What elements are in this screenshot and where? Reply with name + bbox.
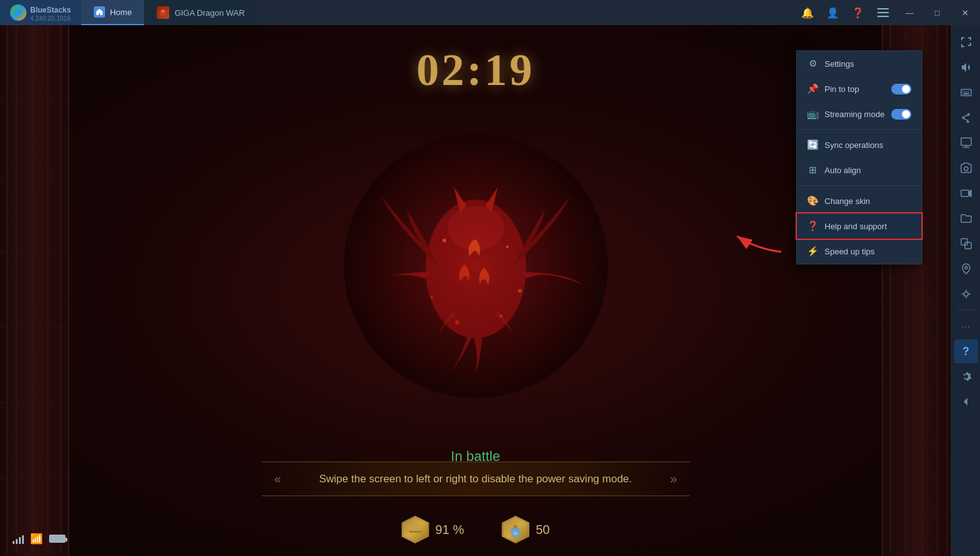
svg-rect-4: [877, 16, 889, 17]
maximize-button[interactable]: □: [925, 1, 950, 24]
title-bar: BlueStacks 4.240.20.1016 Home GIGA Drago…: [0, 0, 980, 25]
signal-bar-3: [19, 537, 21, 544]
svg-point-38: [513, 531, 518, 535]
menu-help-and-support[interactable]: ❓ Help and support: [797, 213, 921, 239]
menu-sync-operations[interactable]: 🔄 Sync operations: [797, 132, 921, 157]
menu-icon[interactable]: [872, 1, 894, 24]
sidebar-share-icon[interactable]: [954, 106, 978, 130]
sidebar-sync-icon[interactable]: [954, 282, 978, 306]
stat-item-2: 50: [502, 516, 549, 543]
svg-point-30: [500, 315, 502, 317]
pin-toggle[interactable]: [891, 84, 911, 94]
align-icon: ⊞: [807, 164, 818, 176]
home-icon: [94, 6, 105, 18]
notification-icon[interactable]: 🔔: [796, 1, 819, 24]
svg-point-32: [518, 289, 522, 293]
sidebar-analytics-icon[interactable]: [954, 131, 978, 155]
swipe-banner: « Swipe the screen to left or right to d…: [262, 462, 690, 497]
svg-rect-2: [877, 8, 889, 9]
svg-rect-37: [514, 525, 517, 528]
menu-speed-up-tips[interactable]: ⚡ Speed up tips: [797, 239, 921, 264]
app-version: 4.240.20.1016: [30, 15, 71, 22]
stat-icon-2: [502, 516, 529, 543]
help-and-support-label: Help and support: [825, 222, 911, 231]
pin-label: Pin to top: [825, 84, 885, 94]
tab-home[interactable]: Home: [81, 0, 145, 25]
content-area: 02:19: [0, 25, 980, 556]
swipe-left-arrow: «: [274, 472, 281, 486]
sidebar-back-icon[interactable]: [954, 390, 978, 414]
svg-rect-19: [937, 25, 938, 554]
svg-rect-34: [409, 531, 422, 533]
bluestacks-logo: [10, 4, 26, 21]
wood-panel-left: [0, 25, 69, 556]
speed-icon: ⚡: [807, 246, 818, 257]
game-tab-icon: [157, 6, 169, 19]
sidebar-location-icon[interactable]: [954, 257, 978, 281]
sidebar-multi-instance-icon[interactable]: [954, 232, 978, 256]
svg-point-29: [455, 321, 459, 324]
speed-up-label: Speed up tips: [825, 247, 911, 256]
sidebar-volume-icon[interactable]: [954, 55, 978, 79]
swipe-right-arrow: »: [670, 472, 677, 486]
signal-bar-4: [22, 535, 24, 544]
red-arrow-annotation: [731, 217, 794, 258]
svg-rect-20: [946, 25, 948, 554]
streaming-label: Streaming mode: [825, 110, 885, 119]
title-bar-left: BlueStacks 4.240.20.1016 Home GIGA Drago…: [0, 0, 257, 25]
swipe-text: Swipe the screen to left or right to dis…: [319, 473, 632, 485]
help-and-support-icon: ❓: [807, 220, 818, 232]
bottom-left-indicators: 📶: [13, 533, 65, 545]
game-stats: 91 %: [402, 516, 550, 543]
tab-game[interactable]: GIGA Dragon WAR: [144, 0, 257, 25]
sidebar-screenshot-icon[interactable]: [954, 156, 978, 180]
app-name: BlueStacks: [30, 6, 71, 14]
auto-align-label: Auto align: [825, 166, 911, 175]
sidebar-fullscreen-icon[interactable]: [954, 30, 978, 54]
stat-icon-1: [402, 516, 429, 543]
sidebar-folder-icon[interactable]: [954, 207, 978, 230]
game-tab-label: GIGA Dragon WAR: [174, 8, 245, 18]
menu-streaming-mode[interactable]: 📺 Streaming mode: [797, 101, 921, 127]
svg-marker-1: [15, 9, 21, 16]
streaming-toggle[interactable]: [891, 109, 911, 120]
signal-bar-1: [13, 541, 14, 544]
menu-pin-to-top[interactable]: 📌 Pin to top: [797, 76, 921, 101]
bluestacks-name-version: BlueStacks 4.240.20.1016: [30, 4, 71, 22]
sidebar-question-icon[interactable]: ?: [954, 339, 978, 363]
sidebar-settings-icon[interactable]: [954, 365, 978, 389]
svg-point-53: [965, 266, 967, 269]
menu-settings[interactable]: ⚙ Settings: [797, 51, 921, 76]
menu-auto-align[interactable]: ⊞ Auto align: [797, 157, 921, 183]
dragon-logo: [344, 133, 608, 398]
settings-label: Settings: [825, 59, 911, 69]
battery-icon: [49, 535, 65, 543]
pin-icon: 📌: [807, 83, 818, 94]
home-tab-label: Home: [110, 8, 132, 17]
game-timer: 02:19: [417, 44, 535, 96]
menu-change-skin[interactable]: 🎨 Change skin: [797, 188, 921, 213]
sync-icon: 🔄: [807, 139, 818, 150]
svg-rect-46: [961, 138, 971, 145]
settings-icon: ⚙: [807, 58, 818, 69]
svg-rect-54: [964, 292, 968, 296]
sidebar-separator: [957, 310, 976, 310]
minimize-button[interactable]: —: [897, 1, 922, 24]
svg-rect-52: [965, 242, 971, 249]
change-skin-label: Change skin: [825, 196, 911, 206]
svg-point-49: [964, 167, 968, 171]
close-button[interactable]: ✕: [952, 1, 977, 24]
stat2-value: 50: [536, 523, 549, 537]
sync-label: Sync operations: [825, 140, 911, 150]
skin-icon: 🎨: [807, 195, 818, 207]
app-window: BlueStacks 4.240.20.1016 Home GIGA Drago…: [0, 0, 980, 556]
help-icon[interactable]: ❓: [847, 1, 869, 24]
bluestacks-logo-tab[interactable]: BlueStacks 4.240.20.1016: [0, 0, 81, 25]
sidebar-record-icon[interactable]: [954, 181, 978, 205]
dropdown-menu: ⚙ Settings 📌 Pin to top 📺 Streaming mode: [796, 50, 922, 264]
sidebar-keyboard-icon[interactable]: [954, 81, 978, 105]
sidebar-more-icon[interactable]: ···: [954, 314, 978, 338]
title-bar-controls: 🔔 👤 ❓ — □ ✕: [796, 1, 980, 24]
menu-separator-1: [797, 129, 921, 130]
account-icon[interactable]: 👤: [821, 1, 844, 24]
